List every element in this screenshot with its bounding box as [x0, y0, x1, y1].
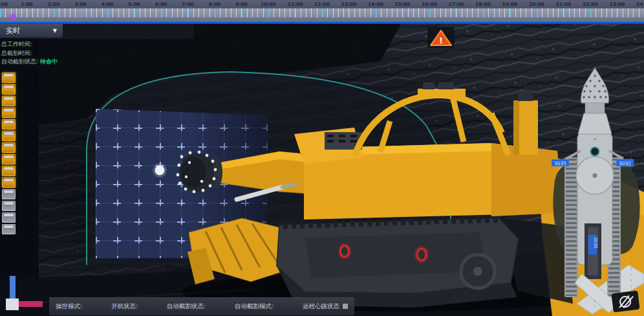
timeline-hour-label: 16:00 — [422, 1, 437, 7]
timeline-hour-label: 5:00 — [128, 1, 140, 7]
strip-segment[interactable] — [2, 107, 16, 118]
position-label-right-text: 3032 — [619, 161, 631, 166]
timeline-hour-labels: 00:001:002:003:004:005:006:007:008:009:0… — [0, 0, 644, 8]
axis-gizmo-y — [10, 276, 16, 300]
warning-alert-button[interactable]: ! — [427, 27, 455, 48]
strip-segment[interactable] — [2, 166, 16, 176]
status-line: 总截割时间: — [1, 49, 58, 58]
bottom-bar-item: 操控模式: — [56, 302, 82, 311]
timeline-hour-label: 7:00 — [182, 1, 194, 7]
strip-segment[interactable] — [2, 84, 16, 95]
bottom-bar-item: 自动截割模式: — [235, 302, 274, 311]
timeline-hour-label: 3:00 — [74, 1, 87, 7]
target-point-marker — [155, 166, 165, 175]
sensor-ring — [591, 148, 599, 156]
timeline-hour-label: 19:00 — [502, 1, 518, 7]
strip-segment[interactable] — [2, 177, 16, 188]
warning-exclamation: ! — [439, 36, 443, 45]
timeline-hour-label: 14:00 — [368, 1, 383, 7]
status-panel: 总工作时间:总截割时间:自动截割状态:待命中 — [1, 40, 58, 67]
timeline-hour-label: 15:00 — [395, 1, 411, 7]
timeline-hour-label: 18:00 — [475, 1, 491, 7]
warning-triangle-icon: ! — [427, 27, 455, 48]
machine-strip[interactable] — [2, 73, 16, 234]
timeline-accent-line — [0, 21, 644, 24]
timeline-hour-label: 20:00 — [529, 1, 544, 7]
strip-segment[interactable] — [2, 154, 16, 164]
strip-segment[interactable] — [2, 224, 16, 234]
strip-segment[interactable] — [2, 119, 16, 130]
no-entry-icon — [614, 293, 638, 311]
timeline-hour-label: 10:00 — [261, 1, 276, 7]
strip-segment[interactable] — [2, 189, 16, 199]
timeline-hour-label: 4:00 — [102, 1, 114, 7]
tunnel-3d-viewport[interactable]: 3035 3032 3035 — [0, 24, 644, 316]
timeline-hour-label: 00:00 — [0, 1, 8, 7]
timeline-hour-label: 8:00 — [209, 1, 221, 7]
disable-view-button[interactable] — [611, 291, 639, 313]
timeline-hour-label: 11:00 — [288, 1, 303, 7]
strip-segment[interactable] — [2, 96, 16, 106]
heartbeat-indicator — [343, 304, 348, 309]
bottom-bar-item: 远程心跳状态 — [303, 302, 348, 311]
axis-gizmo-x — [19, 301, 43, 307]
timeline-hour-label: 12:00 — [314, 1, 330, 7]
strip-segment[interactable] — [2, 212, 16, 223]
timeline-hour-label: 22:00 — [583, 1, 598, 7]
chevron-down-icon: ▼ — [53, 28, 57, 34]
bottom-bar-item: 自动截割状态: — [167, 302, 206, 311]
time-mode-label: 实时 — [6, 26, 20, 36]
strip-segment[interactable] — [2, 73, 16, 83]
timeline-hour-label: 6:00 — [155, 1, 167, 7]
crawler-tracks — [277, 218, 519, 308]
bottom-status-bar: 操控模式:开机状态:自动截割状态:自动截割模式:远程心跳状态 — [49, 297, 354, 315]
timeline-hour-label: 1:00 — [21, 1, 33, 7]
strip-segment[interactable] — [2, 131, 16, 141]
timeline-hour-label: 24:00 — [636, 1, 644, 7]
timeline-hour-label: 13:00 — [341, 1, 357, 7]
timeline-hour-label: 17:00 — [449, 1, 464, 7]
timeline-scrubber[interactable] — [0, 8, 644, 17]
time-mode-dropdown[interactable]: 实时 ▼ — [0, 24, 63, 38]
position-label-left-text: 3035 — [554, 161, 566, 166]
timeline-hour-label: 21:00 — [556, 1, 572, 7]
bottom-bar-item: 开机状态: — [111, 302, 138, 311]
timeline-playhead[interactable] — [10, 14, 16, 20]
axis-gizmo-origin — [6, 299, 19, 310]
timeline-hour-label: 2:00 — [48, 1, 60, 7]
roadheader-monitoring-app: 3035 3032 3035 00:001:002:003:004:005:00… — [0, 0, 644, 316]
position-label-tail-text: 3035 — [593, 237, 598, 249]
status-line: 自动截割状态:待命中 — [1, 58, 58, 67]
strip-segment[interactable] — [2, 142, 16, 153]
timeline-hour-label: 9:00 — [235, 1, 248, 7]
timeline-hour-label: 23:00 — [610, 1, 625, 7]
strip-segment[interactable] — [2, 201, 16, 211]
status-line: 总工作时间: — [1, 40, 58, 49]
